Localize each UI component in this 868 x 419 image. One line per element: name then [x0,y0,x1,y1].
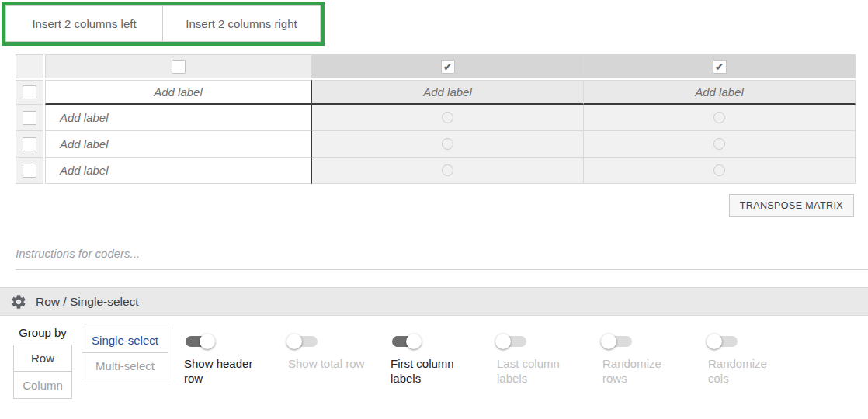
answer-cell [584,158,856,184]
question-settings-header[interactable]: Row / Single-select [0,287,868,316]
row-label-input[interactable]: Add label [45,158,312,184]
toggle-knob [707,334,722,349]
column-select-cell [584,54,856,78]
multi-select-button[interactable]: Multi-select [82,353,168,379]
first-column-labels-toggle[interactable] [391,334,422,349]
settings-title: Row / Single-select [36,295,139,309]
group-by-picker: Row Column [13,345,72,399]
column-2-select-checkbox[interactable] [441,60,455,74]
question-controls: Group by Row Column Single-select Multi-… [0,326,868,399]
answer-cell [312,158,584,184]
toggle-label: Show header row [184,356,262,386]
column-3-select-checkbox[interactable] [713,60,727,74]
insert-2-columns-right-button[interactable]: Insert 2 columns right [163,5,321,42]
answer-cell [312,131,584,158]
answer-cell [312,105,584,131]
column-select-cell [312,54,584,78]
instructions-placeholder: Instructions for coders... [16,247,140,260]
toggle-knob [406,334,422,349]
row-3-checkbox[interactable] [23,164,36,178]
show-header-row-toggle[interactable] [184,334,215,349]
insert-columns-highlight: Insert 2 columns left Insert 2 columns r… [2,2,325,46]
column-header-label-input[interactable]: Add label [45,80,312,105]
randomize-rows-toggle[interactable] [602,334,634,349]
row-label-input[interactable]: Add label [45,105,312,131]
corner-cell [16,54,43,78]
toggle-label: Randomize rows [602,356,679,386]
row-1-checkbox[interactable] [23,111,36,125]
show-header-row-toggle-group: Show header row [184,334,262,386]
column-1-select-checkbox[interactable] [172,60,186,74]
radio-button[interactable] [713,112,725,123]
gear-icon [10,293,27,310]
row-select [16,131,43,158]
toggle-knob [601,334,616,349]
row-2-checkbox[interactable] [23,137,36,151]
randomize-cols-toggle-group: Randomize cols [708,334,786,386]
show-total-row-toggle[interactable] [288,334,319,349]
row-label-input[interactable]: Add label [45,131,312,158]
select-mode-picker: Single-select Multi-select [82,327,168,379]
group-by-column-button[interactable]: Column [13,372,72,399]
randomize-cols-toggle[interactable] [708,334,739,349]
last-column-labels-toggle-group: Last column labels [497,334,575,386]
last-column-labels-toggle[interactable] [497,334,528,349]
radio-button[interactable] [442,112,453,123]
toggle-knob [200,334,215,349]
radio-button[interactable] [442,164,453,176]
randomize-rows-toggle-group: Randomize rows [602,334,679,386]
answer-cell [584,131,856,158]
row-select [16,158,43,184]
radio-button[interactable] [442,138,453,150]
toggle-knob [495,334,511,349]
toggle-knob [286,334,302,349]
header-row-checkbox[interactable] [23,85,36,99]
group-by-row-button[interactable]: Row [13,345,72,372]
column-select-cell [45,54,312,78]
show-total-row-toggle-group: Show total row [288,334,383,371]
row-select [16,105,43,131]
radio-button[interactable] [713,164,725,176]
toggle-label: Last column labels [497,356,575,386]
toggle-label: Show total row [288,356,383,371]
group-by-label: Group by [13,326,72,339]
toggle-label: First column labels [391,356,471,386]
answer-cell [584,105,856,131]
column-header-label-input[interactable]: Add label [584,80,856,105]
instructions-input[interactable]: Instructions for coders... [16,247,868,270]
radio-button[interactable] [713,138,725,150]
transpose-matrix-button[interactable]: TRANSPOSE MATRIX [729,194,854,217]
header-row-select [16,80,43,105]
column-header-label-input[interactable]: Add label [312,80,584,105]
toggle-label: Randomize cols [708,356,786,386]
insert-2-columns-left-button[interactable]: Insert 2 columns left [5,5,163,42]
first-column-labels-toggle-group: First column labels [391,334,471,386]
matrix-table: Add label Add label Add label Add label … [16,54,856,184]
single-select-button[interactable]: Single-select [82,327,168,353]
